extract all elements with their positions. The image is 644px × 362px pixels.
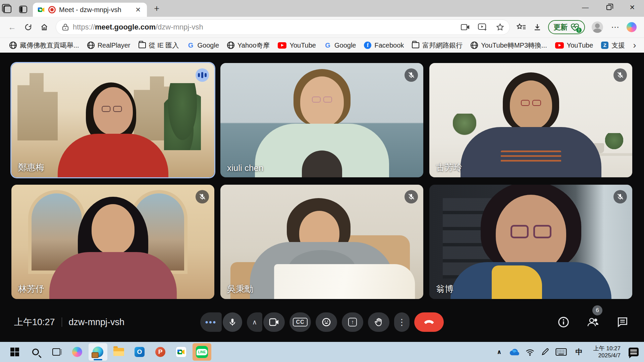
bookmark-item[interactable]: RealPlayer	[83, 40, 135, 51]
bookmark-item[interactable]: YouTube	[551, 40, 597, 51]
browser-toolbar: ← https://meet.google.com/dzw-mnpj-vsh	[0, 17, 644, 38]
end-call-icon	[424, 320, 434, 324]
hidden-icons-chevron[interactable]: ∧	[497, 348, 502, 356]
edge-icon	[93, 347, 103, 357]
copilot-icon[interactable]	[627, 22, 637, 32]
video-tile[interactable]: xiuli chen	[220, 63, 423, 177]
captions-button[interactable]: CC	[289, 312, 311, 332]
touch-keyboard-icon[interactable]	[555, 348, 567, 356]
notification-center-icon[interactable]	[629, 348, 639, 356]
reactions-button[interactable]	[316, 312, 337, 332]
tab-actions-icon[interactable]	[15, 3, 31, 16]
browser-tab[interactable]: Meet - dzw-mnpj-vsh ✕	[33, 3, 147, 17]
folder-icon	[139, 42, 146, 48]
restore-button[interactable]	[597, 0, 621, 15]
outlook-button[interactable]: O	[130, 343, 149, 361]
minimize-button[interactable]: —	[574, 0, 597, 15]
muted-mic-icon	[613, 190, 627, 203]
back-button[interactable]: ←	[5, 20, 19, 35]
bookmark-item[interactable]: YouTube	[274, 40, 320, 51]
taskbar-clock[interactable]: 上午 10:27 2025/4/7	[591, 344, 623, 360]
audio-more-button[interactable]: •••	[200, 312, 222, 332]
bookmark-item[interactable]: GGoogle	[183, 40, 223, 51]
google-icon: G	[187, 42, 195, 49]
workspaces-icon[interactable]	[0, 3, 15, 16]
z-support-icon: Z	[601, 42, 608, 49]
mic-button[interactable]	[223, 312, 242, 332]
task-view-icon	[52, 348, 60, 356]
video-tile[interactable]: 林芳伃	[11, 185, 214, 299]
clock-date: 2025/4/7	[593, 352, 621, 359]
chat-icon	[617, 317, 628, 327]
file-explorer-button[interactable]	[109, 343, 128, 361]
speaking-indicator-icon	[196, 68, 209, 82]
refresh-button[interactable]	[21, 20, 36, 35]
participant-name: 林芳伃	[18, 283, 44, 295]
bookmark-item[interactable]: YouTube轉MP3轉換...	[467, 39, 551, 52]
globe-icon	[9, 42, 17, 49]
chevron-up-icon: ∧	[252, 318, 257, 326]
new-tab-button[interactable]: ＋	[147, 2, 166, 14]
leave-call-button[interactable]	[414, 312, 444, 332]
onedrive-icon[interactable]	[508, 348, 519, 356]
address-bar[interactable]: https://meet.google.com/dzw-mnpj-vsh	[56, 19, 510, 35]
video-feed	[220, 63, 423, 177]
url-text: https://meet.google.com/dzw-mnpj-vsh	[73, 23, 454, 32]
google-meet-taskbar-button[interactable]	[172, 343, 191, 361]
file-explorer-icon	[113, 348, 124, 356]
profile-avatar[interactable]	[592, 21, 603, 33]
bookmarks-overflow-icon[interactable]: ›	[629, 38, 640, 52]
start-button[interactable]	[5, 343, 24, 361]
more-options-button[interactable]: ⋮	[394, 312, 410, 332]
tab-strip: Meet - dzw-mnpj-vsh ✕ ＋ — ✕	[0, 0, 644, 17]
network-signal-icon[interactable]	[525, 348, 535, 356]
copilot-taskbar-button[interactable]	[68, 343, 87, 361]
downloads-button[interactable]	[530, 20, 545, 35]
present-button[interactable]: ↑	[342, 312, 363, 332]
camera-options-chevron[interactable]: ∧	[247, 312, 262, 332]
participants-button[interactable]: 6	[586, 315, 600, 329]
pen-icon[interactable]	[541, 348, 549, 356]
tab-close-icon[interactable]: ✕	[133, 5, 143, 14]
edge-taskbar-button[interactable]	[89, 343, 107, 361]
camera-button[interactable]	[263, 312, 285, 332]
favorite-star-icon[interactable]	[493, 20, 507, 34]
video-tile[interactable]: 吳秉勳	[220, 185, 423, 299]
raise-hand-button[interactable]	[368, 312, 389, 332]
task-view-button[interactable]	[47, 343, 66, 361]
participant-name: xiuli chen	[227, 163, 263, 173]
google-meet-app: 鄭惠梅 xiuli chen 古芳玲	[0, 53, 644, 342]
taskbar-apps: O P LINE	[5, 343, 211, 361]
search-button[interactable]	[26, 343, 45, 361]
bookmark-item[interactable]: GGoogle	[320, 40, 360, 51]
bookmark-item[interactable]: Yahoo奇摩	[223, 39, 274, 52]
bookmark-item[interactable]: fFacebook	[360, 40, 408, 51]
camera-in-use-icon[interactable]	[459, 20, 472, 34]
settings-more-button[interactable]: ⋯	[608, 20, 623, 35]
bookmark-folder[interactable]: 富邦網路銀行	[408, 39, 467, 52]
bookmark-item[interactable]: Z支援	[597, 39, 629, 52]
present-icon: ↑	[348, 318, 357, 326]
bookmark-folder[interactable]: 從 IE 匯入	[135, 39, 183, 52]
video-grid: 鄭惠梅 xiuli chen 古芳玲	[11, 63, 632, 299]
chat-button[interactable]	[615, 315, 630, 329]
favorites-bar-button[interactable]	[514, 20, 529, 35]
youtube-icon	[555, 42, 564, 49]
video-tile[interactable]: 翁博	[429, 185, 632, 299]
recording-indicator-icon	[48, 6, 56, 13]
meeting-details-button[interactable]	[556, 315, 571, 329]
ime-indicator[interactable]: 中	[573, 346, 585, 358]
video-tile[interactable]: 鄭惠梅	[11, 63, 214, 177]
browser-update-button[interactable]: 更新 !	[548, 20, 585, 34]
bookmark-item[interactable]: 藏傳佛教直貢噶舉...	[5, 39, 83, 52]
line-app-button[interactable]: LINE	[193, 343, 211, 361]
google-meet-icon	[176, 347, 186, 357]
home-button[interactable]	[37, 20, 52, 35]
youtube-icon	[278, 42, 286, 49]
close-button[interactable]: ✕	[621, 0, 644, 15]
video-enhance-icon[interactable]	[476, 20, 489, 34]
participant-count-badge: 6	[592, 305, 602, 315]
home-icon	[40, 23, 48, 31]
video-tile[interactable]: 古芳玲	[429, 63, 632, 177]
powerpoint-button[interactable]: P	[151, 343, 170, 361]
